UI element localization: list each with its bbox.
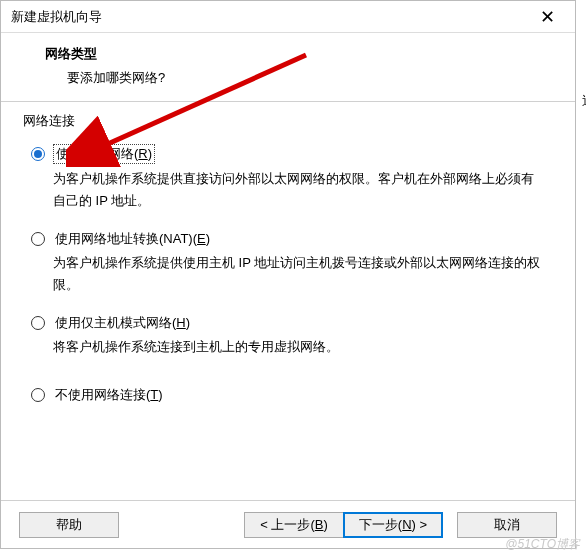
option-bridged[interactable]: 使用桥接网络(R) 为客户机操作系统提供直接访问外部以太网网络的权限。客户机在外… — [31, 144, 553, 212]
titlebar: 新建虚拟机向导 ✕ — [1, 1, 575, 33]
back-button[interactable]: < 上一步(B) — [244, 512, 344, 538]
radio-icon — [31, 232, 45, 246]
option-none[interactable]: 不使用网络连接(T) — [31, 386, 553, 404]
page-subtitle: 要添加哪类网络? — [67, 69, 555, 87]
option-nat[interactable]: 使用网络地址转换(NAT)(E) 为客户机操作系统提供使用主机 IP 地址访问主… — [31, 230, 553, 296]
radio-icon — [31, 147, 45, 161]
cropped-side-text: 送 — [582, 92, 586, 110]
option-none-label: 不使用网络连接(T) — [53, 386, 165, 404]
wizard-footer: 帮助 < 上一步(B) 下一步(N) > 取消 — [1, 500, 575, 548]
radio-icon — [31, 388, 45, 402]
option-nat-label: 使用网络地址转换(NAT)(E) — [53, 230, 212, 248]
page-title: 网络类型 — [45, 45, 555, 63]
wizard-header: 网络类型 要添加哪类网络? — [1, 33, 575, 101]
watermark-text: @51CTO博客 — [505, 536, 580, 553]
option-hostonly[interactable]: 使用仅主机模式网络(H) 将客户机操作系统连接到主机上的专用虚拟网络。 — [31, 314, 553, 358]
option-bridged-label: 使用桥接网络(R) — [53, 144, 155, 164]
radio-icon — [31, 316, 45, 330]
window-title: 新建虚拟机向导 — [11, 8, 527, 26]
option-nat-desc: 为客户机操作系统提供使用主机 IP 地址访问主机拨号连接或外部以太网网络连接的权… — [53, 252, 543, 296]
option-hostonly-label: 使用仅主机模式网络(H) — [53, 314, 192, 332]
close-icon: ✕ — [540, 6, 555, 28]
next-button[interactable]: 下一步(N) > — [343, 512, 443, 538]
option-bridged-desc: 为客户机操作系统提供直接访问外部以太网网络的权限。客户机在外部网络上必须有自己的… — [53, 168, 543, 212]
cancel-button[interactable]: 取消 — [457, 512, 557, 538]
group-label: 网络连接 — [23, 112, 553, 130]
wizard-window: 新建虚拟机向导 ✕ 网络类型 要添加哪类网络? 网络连接 使用桥接网络(R) 为… — [0, 0, 576, 549]
content-area: 网络连接 使用桥接网络(R) 为客户机操作系统提供直接访问外部以太网网络的权限。… — [1, 102, 575, 500]
option-hostonly-desc: 将客户机操作系统连接到主机上的专用虚拟网络。 — [53, 336, 543, 358]
close-button[interactable]: ✕ — [527, 3, 567, 31]
help-button[interactable]: 帮助 — [19, 512, 119, 538]
